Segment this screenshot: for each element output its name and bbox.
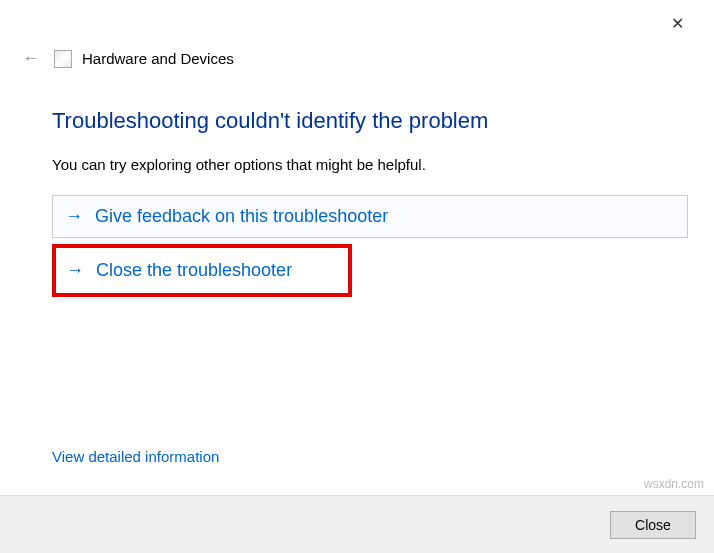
troubleshooter-icon: [54, 50, 72, 68]
view-detailed-information-link[interactable]: View detailed information: [52, 448, 219, 465]
option-close-troubleshooter[interactable]: → Close the troubleshooter: [52, 244, 352, 297]
window-close-button[interactable]: ✕: [663, 10, 692, 37]
arrow-right-icon: →: [65, 206, 83, 227]
watermark: wsxdn.com: [644, 477, 704, 491]
page-heading: Troubleshooting couldn't identify the pr…: [52, 108, 688, 134]
arrow-right-icon: →: [66, 260, 84, 281]
option-label: Give feedback on this troubleshooter: [95, 206, 388, 227]
window-title: Hardware and Devices: [82, 50, 234, 67]
page-subtext: You can try exploring other options that…: [52, 156, 688, 173]
header: ← Hardware and Devices: [18, 46, 234, 71]
back-arrow-icon[interactable]: ←: [18, 46, 44, 71]
close-button[interactable]: Close: [610, 511, 696, 539]
content-area: Troubleshooting couldn't identify the pr…: [52, 108, 688, 303]
option-label: Close the troubleshooter: [96, 260, 292, 281]
option-give-feedback[interactable]: → Give feedback on this troubleshooter: [52, 195, 688, 238]
footer: Close: [0, 495, 714, 553]
